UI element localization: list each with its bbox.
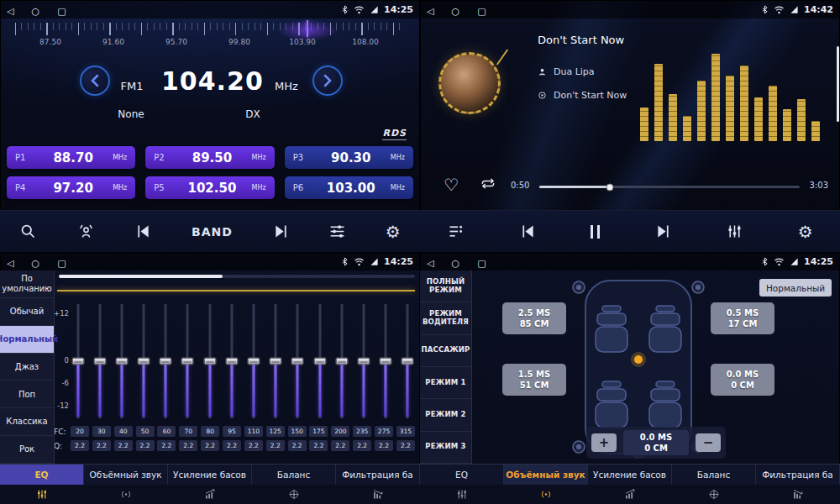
filter-tab-icon-cell[interactable]: [336, 485, 420, 504]
delay-front-right[interactable]: 0.5 MS 17 CM: [711, 302, 774, 334]
audio-tab[interactable]: Баланс: [252, 465, 336, 485]
eq-band-slider[interactable]: [312, 304, 327, 418]
listening-mode-item[interactable]: РЕЖИМ ВОДИТЕЛЯ: [420, 302, 471, 334]
favorite-button[interactable]: ♡: [444, 175, 459, 195]
surround-tab-icon-cell[interactable]: [504, 485, 588, 504]
slider-handle[interactable]: [181, 358, 194, 365]
next-button[interactable]: [654, 223, 672, 240]
eq-band-slider[interactable]: [224, 304, 239, 418]
eq-band-slider[interactable]: [202, 304, 217, 418]
playlist-button[interactable]: [447, 223, 465, 240]
previous-button[interactable]: [134, 223, 152, 240]
audio-tab[interactable]: Усиление басов: [588, 465, 672, 485]
balance-tab-icon-cell[interactable]: [672, 485, 756, 504]
broadcast-button[interactable]: [76, 223, 96, 240]
recents-icon[interactable]: ▢: [57, 258, 66, 269]
home-icon[interactable]: ○: [452, 258, 460, 269]
audio-tab[interactable]: Фильтрация ба: [336, 465, 420, 485]
audio-tab[interactable]: Объёмный звук: [504, 465, 588, 485]
tune-down-button[interactable]: [80, 66, 110, 96]
eq-band-slider[interactable]: [92, 304, 107, 418]
decrease-delay-button[interactable]: −: [696, 433, 721, 452]
recents-icon[interactable]: ▢: [477, 258, 486, 269]
frequency-ruler[interactable]: [15, 23, 405, 35]
eq-band-slider[interactable]: [247, 304, 261, 418]
seek-bar[interactable]: [539, 186, 800, 188]
audio-tab[interactable]: Фильтрация ба: [756, 465, 840, 485]
equalizer-tab-icon-cell[interactable]: [0, 485, 84, 504]
slider-handle[interactable]: [357, 358, 370, 365]
slider-handle[interactable]: [291, 358, 304, 365]
audio-tab[interactable]: Баланс: [672, 465, 756, 485]
pause-button[interactable]: [591, 225, 600, 239]
delay-rear-right[interactable]: 0.0 MS 0 CM: [711, 364, 774, 396]
home-icon[interactable]: ○: [32, 258, 40, 269]
home-icon[interactable]: ○: [452, 6, 460, 17]
back-icon[interactable]: ◁: [427, 6, 433, 17]
bass-boost-tab-icon-cell[interactable]: [168, 485, 252, 504]
eq-preset-item[interactable]: По умолчанию: [0, 270, 54, 298]
listening-mode-item[interactable]: РЕЖИМ 3: [420, 432, 471, 464]
audio-tab[interactable]: Объёмный звук: [84, 465, 168, 485]
eq-band-slider[interactable]: [356, 304, 370, 418]
audio-tab[interactable]: Усиление басов: [168, 465, 252, 485]
audio-tab[interactable]: EQ: [0, 465, 84, 485]
eq-band-slider[interactable]: [159, 304, 173, 418]
eq-band-slider[interactable]: [181, 304, 195, 418]
back-icon[interactable]: ◁: [7, 258, 13, 269]
eq-preset-item[interactable]: Классика: [0, 408, 54, 436]
home-icon[interactable]: ○: [32, 6, 40, 17]
preset-button[interactable]: P5 102.50 MHz: [145, 176, 274, 199]
preset-button[interactable]: P2 89.50 MHz: [145, 146, 274, 169]
next-button[interactable]: [272, 223, 290, 240]
progress-knob[interactable]: [606, 183, 613, 191]
bass-boost-tab-icon-cell[interactable]: [588, 485, 672, 504]
back-icon[interactable]: ◁: [427, 258, 433, 269]
audio-settings-button[interactable]: [328, 223, 346, 240]
surround-tab-icon-cell[interactable]: [84, 485, 168, 504]
slider-handle[interactable]: [248, 358, 260, 365]
equalizer-tab-icon-cell[interactable]: [420, 485, 504, 504]
eq-band-slider[interactable]: [137, 304, 151, 418]
sound-profile-button[interactable]: Нормальный: [759, 279, 832, 297]
eq-preset-item[interactable]: Нормальный: [0, 326, 54, 354]
listening-mode-item[interactable]: РЕЖИМ 2: [420, 399, 471, 431]
eq-preset-item[interactable]: Рок: [0, 436, 54, 464]
delay-rear-left[interactable]: 1.5 MS 51 CM: [502, 364, 566, 396]
previous-button[interactable]: [519, 223, 537, 240]
eq-preset-item[interactable]: Джаз: [0, 354, 54, 381]
slider-handle[interactable]: [93, 358, 106, 365]
tune-up-button[interactable]: [312, 66, 343, 96]
listening-mode-item[interactable]: ПОЛНЫЙ РЕЖИМ: [420, 270, 471, 302]
eq-band-slider[interactable]: [291, 304, 305, 418]
recents-icon[interactable]: ▢: [57, 6, 66, 17]
slider-handle[interactable]: [335, 358, 348, 365]
slider-handle[interactable]: [115, 358, 128, 365]
slider-handle[interactable]: [203, 358, 216, 365]
preset-button[interactable]: P4 97.20 MHz: [7, 176, 135, 199]
recents-icon[interactable]: ▢: [477, 6, 486, 17]
preset-button[interactable]: P6 103.00 MHz: [285, 176, 413, 199]
slider-handle[interactable]: [270, 358, 282, 365]
eq-band-slider[interactable]: [334, 304, 349, 418]
eq-band-slider[interactable]: [71, 304, 85, 418]
band-button[interactable]: BAND: [192, 225, 233, 239]
listening-mode-item[interactable]: ПАССАЖИР: [420, 335, 471, 367]
preset-button[interactable]: P3 90.30 MHz: [285, 146, 413, 169]
settings-button[interactable]: ⚙: [386, 223, 401, 240]
listening-mode-item[interactable]: РЕЖИМ 1: [420, 367, 471, 399]
search-button[interactable]: [19, 223, 37, 240]
balance-tab-icon-cell[interactable]: [252, 485, 336, 504]
repeat-button[interactable]: [480, 177, 496, 193]
audio-tab[interactable]: EQ: [420, 465, 504, 485]
slider-handle[interactable]: [160, 358, 172, 365]
delay-front-left[interactable]: 2.5 MS 85 CM: [502, 302, 566, 334]
audio-settings-button[interactable]: [726, 223, 743, 240]
eq-scrollbar[interactable]: [59, 275, 415, 278]
slider-handle[interactable]: [138, 358, 150, 365]
eq-scrollbar-thumb[interactable]: [59, 275, 223, 278]
slider-handle[interactable]: [402, 358, 414, 365]
settings-button[interactable]: ⚙: [798, 223, 813, 240]
back-icon[interactable]: ◁: [7, 6, 13, 17]
slider-handle[interactable]: [380, 358, 392, 365]
